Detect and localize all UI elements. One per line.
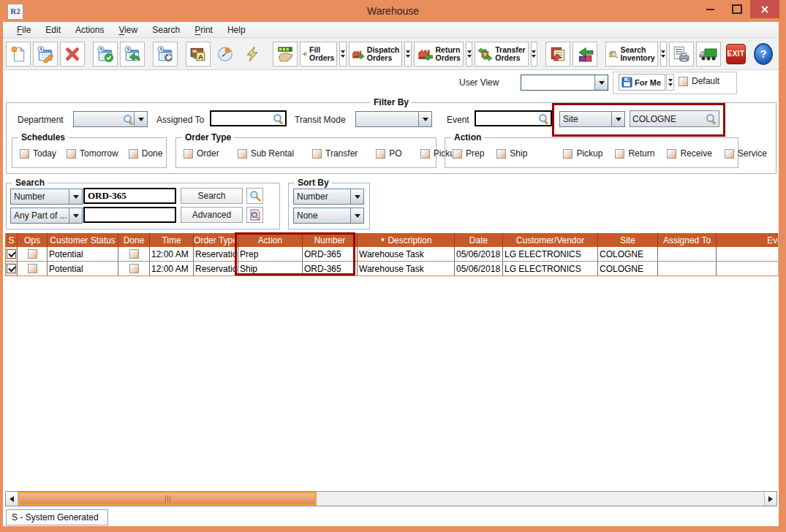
column-header-customer_vendor[interactable]: Customer/Vendor [503, 233, 598, 247]
default-checkbox[interactable]: Default [679, 76, 719, 86]
event-input[interactable] [477, 112, 538, 125]
cell-ops[interactable] [18, 247, 48, 261]
dispatch-orders-button[interactable]: Dispatch Orders [349, 42, 402, 66]
cell-ops[interactable] [18, 262, 48, 276]
department-dropdown-button[interactable] [134, 112, 147, 126]
confirm-schedule-button[interactable] [93, 42, 118, 66]
revert-schedule-button[interactable] [120, 42, 145, 66]
checkbox-tomorrow[interactable]: Tomorrow [67, 148, 118, 159]
assigned-to-input[interactable] [213, 112, 273, 125]
transit-mode-combo[interactable] [355, 111, 432, 127]
checkbox-receive[interactable]: Receive [667, 148, 711, 159]
search-inventory-button[interactable]: Search Inventory [605, 42, 658, 66]
order-book-button[interactable] [545, 42, 570, 66]
scrollbar-track[interactable] [18, 492, 764, 506]
column-header-assigned_to[interactable]: Assigned To [658, 233, 717, 247]
return-orders-button[interactable]: Return Orders [414, 42, 464, 66]
print-list-button[interactable] [669, 42, 694, 66]
site-value-field[interactable]: COLOGNE [630, 110, 719, 127]
search-query-input[interactable] [86, 189, 173, 202]
checkbox-box[interactable] [420, 149, 430, 159]
checkbox-done[interactable]: Done [129, 148, 163, 159]
advanced-button[interactable]: Advanced [181, 207, 243, 223]
column-header-date[interactable]: Date [455, 233, 503, 247]
checkbox-po[interactable]: PO [376, 148, 401, 159]
checkbox-box[interactable] [615, 149, 624, 159]
for-me-button[interactable]: For Me [619, 74, 665, 91]
scrollbar-thumb[interactable] [18, 492, 317, 506]
site-combo[interactable]: Site [559, 111, 625, 127]
new-document-button[interactable] [6, 42, 31, 66]
column-header-action[interactable]: Action [238, 233, 303, 247]
cell-s[interactable] [6, 247, 18, 261]
checkbox-return[interactable]: Return [615, 148, 654, 159]
site-search-icon[interactable] [706, 113, 717, 124]
column-header-customer_status[interactable]: Customer Status [48, 233, 118, 247]
assigned-to-search-icon[interactable] [273, 113, 284, 124]
s-checkbox[interactable] [7, 249, 16, 259]
close-button[interactable] [750, 0, 779, 18]
checkbox-prep[interactable]: Prep [453, 148, 484, 159]
checkbox-box[interactable] [312, 149, 322, 159]
pick-orders-button[interactable] [273, 42, 298, 66]
column-header-number[interactable]: Number [303, 233, 358, 247]
checkbox-box[interactable] [238, 149, 247, 159]
menu-view[interactable]: View [112, 23, 144, 37]
site-dropdown-button[interactable] [611, 112, 624, 126]
checkbox-sub-rental[interactable]: Sub Rental [238, 148, 294, 159]
checkbox-box[interactable] [563, 149, 573, 159]
column-header-s[interactable]: S [6, 233, 18, 247]
search-query2-field[interactable] [83, 207, 176, 223]
column-header-site[interactable]: Site [598, 233, 658, 247]
fill-orders-dropdown[interactable] [339, 42, 347, 66]
transit-mode-dropdown-button[interactable] [418, 112, 431, 126]
column-header-order_type[interactable]: Order Type [194, 233, 238, 247]
fill-orders-button[interactable]: Fill Orders [300, 42, 337, 66]
checkbox-order[interactable]: Order [184, 148, 219, 159]
checkbox-box[interactable] [20, 149, 29, 159]
cell-s[interactable] [6, 262, 18, 276]
equipment-return-button[interactable] [573, 42, 597, 66]
title-bar[interactable]: R2 Warehouse [0, 0, 786, 22]
search-button[interactable]: Search [181, 188, 243, 204]
auto-assign-labels-button[interactable]: A [186, 42, 211, 66]
checkbox-box[interactable] [725, 149, 734, 159]
refresh-schedule-button[interactable] [153, 42, 178, 66]
minimize-button[interactable] [698, 0, 722, 18]
search-inventory-dropdown[interactable] [660, 42, 668, 66]
advanced-search-button[interactable] [246, 207, 263, 223]
scroll-right-button[interactable] [764, 492, 776, 506]
time-button[interactable] [213, 42, 238, 66]
transfer-orders-button[interactable]: T Transfer Orders [475, 42, 528, 66]
quick-action-button[interactable] [240, 42, 265, 66]
checkbox-pickup[interactable]: Pickup [563, 148, 602, 159]
exit-button[interactable]: EXIT [723, 42, 749, 66]
column-header-time[interactable]: Time [150, 233, 194, 247]
checkbox-ship[interactable]: Ship [496, 148, 527, 159]
search-field-combo[interactable]: Number [10, 189, 83, 205]
search-match-combo[interactable]: Any Part of ... [10, 208, 83, 224]
search-match-dropdown-button[interactable] [69, 208, 82, 223]
column-header-done[interactable]: Done [118, 233, 150, 247]
maximize-button[interactable] [725, 0, 749, 18]
table-row[interactable]: Potential12:00 AMReservationPrepORD-365W… [6, 247, 778, 262]
cell-done[interactable] [118, 247, 150, 261]
checkbox-box[interactable] [667, 149, 676, 159]
menu-actions[interactable]: Actions [69, 23, 110, 37]
table-row[interactable]: Potential12:00 AMReservationShipORD-365W… [6, 262, 778, 276]
return-orders-dropdown[interactable] [466, 42, 473, 66]
checkbox-box[interactable] [67, 149, 76, 159]
column-header-event[interactable]: Event [717, 233, 779, 247]
menu-file[interactable]: File [10, 23, 37, 37]
cell-done[interactable] [118, 262, 150, 276]
menu-edit[interactable]: Edit [39, 23, 67, 37]
delete-button[interactable] [60, 42, 85, 66]
search-field-dropdown-button[interactable] [69, 189, 82, 204]
column-header-description[interactable]: ▼Description [358, 233, 455, 247]
search-query2-input[interactable] [86, 208, 173, 221]
sort-primary-dropdown-button[interactable] [350, 189, 363, 204]
column-header-ops[interactable]: Ops [18, 233, 48, 247]
checkbox-box[interactable] [453, 149, 462, 159]
menu-search[interactable]: Search [146, 23, 186, 37]
department-search-icon[interactable] [123, 114, 134, 125]
